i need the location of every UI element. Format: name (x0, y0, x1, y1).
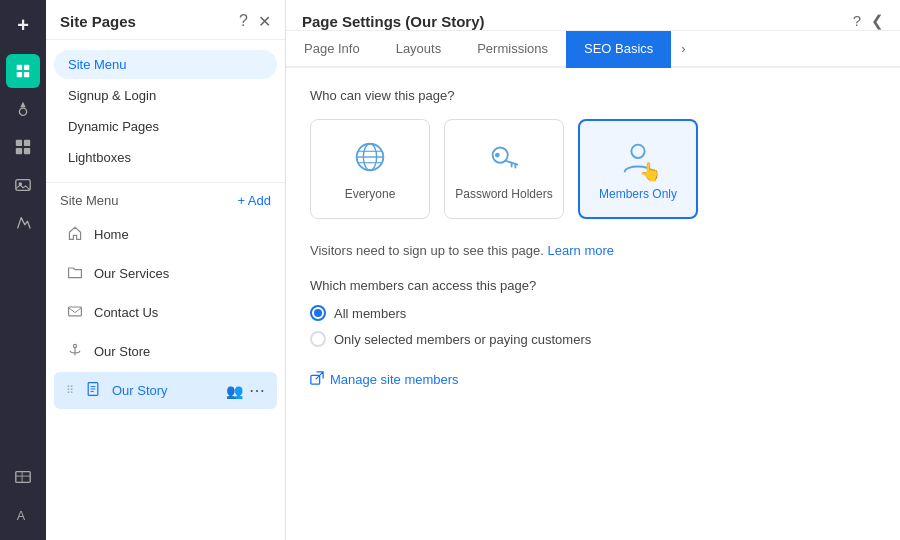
svg-rect-7 (16, 148, 22, 154)
globe-icon (351, 138, 389, 179)
permission-card-everyone[interactable]: Everyone (310, 119, 430, 219)
svg-point-32 (631, 144, 644, 157)
svg-text:A: A (17, 509, 26, 523)
menu-item-story-label: Our Story (112, 383, 216, 398)
vector-icon (14, 214, 32, 232)
settings-header-icons: ? ❮ (853, 12, 884, 30)
nav-item-site-menu[interactable]: Site Menu (54, 50, 277, 79)
grid-icon-btn[interactable] (6, 130, 40, 164)
home-icon (66, 225, 84, 244)
radio-selected-members-indicator (310, 331, 326, 347)
radio-all-members[interactable]: All members (310, 305, 876, 321)
settings-content: Who can view this page? Everyone (286, 68, 900, 540)
nav-item-dynamic-pages[interactable]: Dynamic Pages (54, 112, 277, 141)
tabs-row: Page Info Layouts Permissions SEO Basics… (286, 31, 900, 68)
site-pages-title: Site Pages (60, 13, 136, 30)
menu-section: Site Menu + Add Home Our Services Contac… (46, 182, 285, 540)
radio-selected-members[interactable]: Only selected members or paying customer… (310, 331, 876, 347)
menu-item-our-story[interactable]: ⠿ Our Story 👥 ⋯ (54, 372, 277, 409)
document-icon (84, 381, 102, 400)
settings-header: Page Settings (Our Story) ? ❮ (286, 0, 900, 31)
table-icon-btn[interactable] (6, 460, 40, 494)
menu-item-contact-us[interactable]: Contact Us (54, 294, 277, 331)
drag-handle-icon: ⠿ (66, 384, 74, 397)
external-link-icon (310, 371, 324, 388)
menu-item-contact-label: Contact Us (94, 305, 265, 320)
nav-section: Site Menu Signup & Login Dynamic Pages L… (46, 40, 285, 182)
menu-item-services-label: Our Services (94, 266, 265, 281)
menu-item-home[interactable]: Home (54, 216, 277, 253)
manage-site-members-link[interactable]: Manage site members (310, 371, 876, 388)
icon-bar: + (0, 0, 46, 540)
pages-icon-btn[interactable] (6, 54, 40, 88)
site-pages-panel: Site Pages ? ✕ Site Menu Signup & Login … (46, 0, 286, 540)
visitor-info-text: Visitors need to sign up to see this pag… (310, 243, 876, 258)
card-password-label: Password Holders (455, 187, 552, 201)
card-members-label: Members Only (599, 187, 677, 201)
svg-point-4 (19, 108, 26, 115)
menu-item-home-label: Home (94, 227, 265, 242)
members-icon: 👥 (226, 383, 243, 399)
close-icon[interactable]: ✕ (258, 12, 271, 31)
site-pages-header: Site Pages ? ✕ (46, 0, 285, 40)
svg-rect-1 (24, 65, 29, 70)
image-icon (14, 176, 32, 194)
radio-all-members-label: All members (334, 306, 406, 321)
envelope-icon (66, 303, 84, 322)
permission-card-password[interactable]: Password Holders (444, 119, 564, 219)
nav-item-signup[interactable]: Signup & Login (54, 81, 277, 110)
which-members-question: Which members can access this page? (310, 278, 876, 293)
person-icon: 👆 (619, 138, 657, 179)
tab-seo-basics[interactable]: SEO Basics (566, 31, 671, 68)
tab-layouts[interactable]: Layouts (378, 31, 460, 68)
font-icon: A (14, 506, 32, 524)
anchor-icon (66, 342, 84, 361)
folder-icon (66, 264, 84, 283)
settings-back-icon[interactable]: ❮ (871, 12, 884, 30)
who-can-view-question: Who can view this page? (310, 88, 876, 103)
grid-icon (14, 138, 32, 156)
svg-rect-11 (16, 472, 30, 483)
pages-icon (14, 62, 32, 80)
svg-rect-5 (16, 140, 22, 146)
menu-item-store-label: Our Store (94, 344, 265, 359)
tab-more[interactable]: › (671, 31, 695, 66)
manage-link-label: Manage site members (330, 372, 459, 387)
svg-rect-6 (24, 140, 30, 146)
page-settings-panel: Page Settings (Our Story) ? ❮ Page Info … (286, 0, 900, 540)
menu-item-story-actions: 👥 ⋯ (226, 381, 265, 400)
svg-point-16 (73, 344, 76, 347)
image-icon-btn[interactable] (6, 168, 40, 202)
radio-all-members-indicator (310, 305, 326, 321)
panel-header-icons: ? ✕ (239, 12, 271, 31)
card-everyone-label: Everyone (345, 187, 396, 201)
svg-rect-8 (24, 148, 30, 154)
table-icon (14, 468, 32, 486)
menu-item-our-services[interactable]: Our Services (54, 255, 277, 292)
svg-rect-3 (24, 72, 29, 77)
nav-item-lightboxes[interactable]: Lightboxes (54, 143, 277, 172)
design-icon (14, 100, 32, 118)
add-page-button[interactable]: + Add (237, 193, 271, 208)
permission-card-members[interactable]: 👆 Members Only (578, 119, 698, 219)
permission-cards: Everyone Password Holders (310, 119, 876, 219)
tab-permissions[interactable]: Permissions (459, 31, 566, 68)
tab-page-info[interactable]: Page Info (286, 31, 378, 68)
menu-item-our-store[interactable]: Our Store (54, 333, 277, 370)
more-options-icon[interactable]: ⋯ (249, 381, 265, 400)
svg-point-31 (495, 152, 500, 157)
svg-rect-2 (17, 72, 22, 77)
settings-title: Page Settings (Our Story) (302, 13, 485, 30)
help-icon[interactable]: ? (239, 12, 248, 31)
svg-rect-0 (17, 65, 22, 70)
learn-more-link[interactable]: Learn more (548, 243, 614, 258)
radio-group: All members Only selected members or pay… (310, 305, 876, 347)
vector-icon-btn[interactable] (6, 206, 40, 240)
svg-rect-15 (69, 307, 82, 316)
design-icon-btn[interactable] (6, 92, 40, 126)
radio-selected-members-label: Only selected members or paying customer… (334, 332, 591, 347)
add-element-button[interactable]: + (6, 8, 40, 42)
settings-help-icon[interactable]: ? (853, 12, 861, 30)
key-icon (485, 138, 523, 179)
font-icon-btn[interactable]: A (6, 498, 40, 532)
